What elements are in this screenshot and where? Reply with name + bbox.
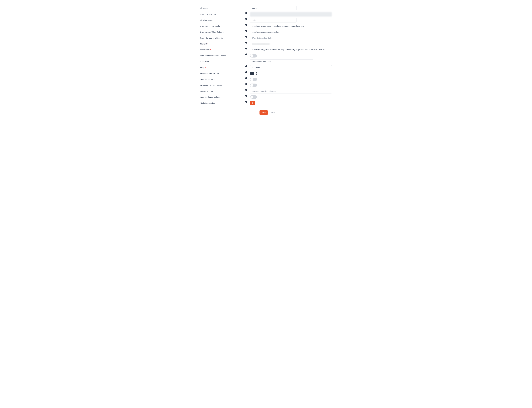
info-icon[interactable]: i (245, 48, 247, 50)
authorize-endpoint-input[interactable] (250, 24, 332, 28)
plus-icon (252, 102, 253, 104)
callback-url-input (250, 12, 332, 17)
row-authorize: OAuth Authorize Endpoint* i (200, 23, 339, 29)
info-icon[interactable]: i (245, 42, 247, 43)
info-icon[interactable]: i (245, 18, 247, 20)
creds-header-toggle[interactable] (250, 54, 257, 58)
required-marker: * (207, 43, 208, 45)
info-icon[interactable]: i (245, 53, 247, 55)
label-show-idp: Show IdP to Users (200, 78, 244, 80)
label-client-id-text: Client ID (200, 43, 207, 45)
required-marker: * (220, 25, 221, 27)
label-authorize-text: OAuth Authorize Endpoint (200, 25, 220, 27)
label-idp-name: IdP Name* (200, 7, 244, 9)
label-prompt-reg: Prompt for User Registration (200, 84, 244, 86)
row-send-attrs: Send Configured Attributes i (200, 94, 339, 100)
idp-name-select-wrap: Apple ID (250, 6, 297, 10)
client-secret-input[interactable] (250, 48, 332, 52)
info-icon[interactable]: i (245, 24, 247, 26)
row-prompt-reg: Prompt for User Registration i (200, 82, 339, 88)
label-token-text: OAuth Access Token Endpoint (200, 31, 224, 33)
info-icon[interactable]: i (245, 12, 247, 14)
row-userinfo: OAuth Get User Info Endpoint i (200, 35, 339, 41)
info-icon[interactable]: i (245, 95, 247, 97)
domain-mapping-input[interactable] (250, 89, 332, 94)
info-icon[interactable]: i (245, 89, 247, 91)
info-icon[interactable]: i (245, 65, 247, 67)
info-icon[interactable]: i (245, 77, 247, 79)
label-scope: Scope* (200, 67, 244, 68)
idp-config-form: IdP Name* Apple ID OAuth Callback URL : … (193, 5, 339, 115)
row-enable-enduser: Enable for EndUser Login i (200, 70, 339, 76)
grant-type-select-wrap: Authorization Code Grant (250, 60, 313, 64)
token-endpoint-input[interactable] (250, 30, 332, 34)
required-marker: * (205, 67, 206, 68)
label-attrs-mapping: Attributes Mapping (200, 102, 244, 104)
grant-type-select[interactable]: Authorization Code Grant (250, 60, 313, 64)
required-marker: * (224, 31, 224, 33)
row-client-id: Client ID* i (200, 41, 339, 47)
row-grant-type: Grant Type: Authorization Code Grant (200, 59, 339, 65)
label-client-secret-text: Client Secret (200, 49, 210, 51)
label-client-secret: Client Secret* (200, 49, 244, 51)
label-enable-enduser: Enable for EndUser Login (200, 73, 244, 74)
label-scope-text: Scope (200, 67, 205, 68)
info-icon[interactable]: i (245, 36, 247, 38)
info-icon[interactable]: i (245, 83, 247, 85)
enable-enduser-toggle[interactable] (250, 72, 257, 75)
form-actions: Save Cancel (260, 110, 339, 115)
top-divider (193, 0, 339, 0)
row-domain-mapping: Domain Mapping i (200, 88, 339, 94)
label-send-attrs: Send Configured Attributes (200, 96, 244, 98)
show-idp-toggle[interactable] (250, 78, 257, 81)
display-name-input[interactable] (250, 18, 297, 23)
row-display-name: IdP Display Name* i (200, 17, 339, 23)
idp-name-select[interactable]: Apple ID (250, 6, 297, 10)
label-userinfo: OAuth Get User Info Endpoint (200, 37, 244, 39)
row-client-secret: Client Secret* i (200, 47, 339, 53)
row-scope: Scope* i (200, 65, 339, 70)
row-attrs-mapping: Attributes Mapping i (200, 100, 339, 106)
label-domain-mapping: Domain Mapping (200, 90, 244, 92)
required-marker: * (210, 49, 211, 51)
send-attrs-toggle[interactable] (250, 95, 257, 99)
cancel-button[interactable]: Cancel (270, 111, 275, 113)
row-idp-name: IdP Name* Apple ID (200, 5, 339, 11)
label-creds-header: Send client credentials in Header (200, 55, 244, 57)
label-display-name-text: IdP Display Name (200, 19, 214, 21)
row-callback: OAuth Callback URL : i (200, 11, 339, 17)
label-idp-name-text: IdP Name (200, 7, 208, 9)
required-marker: * (214, 19, 215, 21)
save-button[interactable]: Save (260, 110, 268, 115)
client-id-input[interactable] (250, 42, 332, 46)
label-authorize: OAuth Authorize Endpoint* (200, 25, 244, 27)
row-token: OAuth Access Token Endpoint* i (200, 29, 339, 35)
label-display-name: IdP Display Name* (200, 19, 244, 21)
row-show-idp: Show IdP to Users i (200, 76, 339, 82)
row-creds-header: Send client credentials in Header i (200, 53, 339, 59)
label-callback: OAuth Callback URL : (200, 13, 244, 15)
label-grant-type: Grant Type: (200, 61, 244, 63)
prompt-reg-toggle[interactable] (250, 84, 257, 87)
label-client-id: Client ID* (200, 43, 244, 45)
add-attribute-button[interactable] (250, 101, 255, 105)
required-marker: * (208, 7, 209, 9)
userinfo-endpoint-input[interactable] (250, 36, 332, 40)
info-icon[interactable]: i (245, 101, 247, 103)
label-token: OAuth Access Token Endpoint* (200, 31, 244, 33)
scope-input[interactable] (250, 65, 332, 70)
info-icon[interactable]: i (245, 71, 247, 73)
info-icon[interactable]: i (245, 30, 247, 32)
